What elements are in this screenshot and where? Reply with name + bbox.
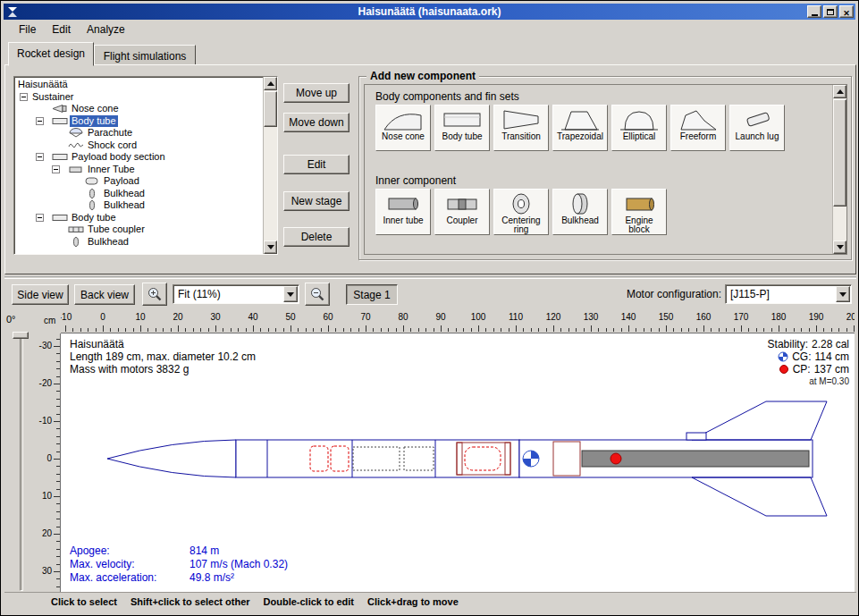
collapse-icon[interactable] bbox=[52, 165, 60, 173]
flight-stats: Apogee:814 m Max. velocity:107 m/s (Mach… bbox=[70, 544, 288, 585]
add-freeform-fin-button[interactable]: Freeform bbox=[670, 105, 726, 151]
add-elliptical-fin-button[interactable]: Elliptical bbox=[611, 105, 667, 151]
ruler-tick bbox=[193, 328, 194, 332]
add-bulkhead-button[interactable]: Bulkhead bbox=[552, 189, 608, 235]
close-button[interactable] bbox=[839, 5, 854, 18]
motor-configuration-select[interactable]: [J115-P] bbox=[725, 284, 852, 304]
stage-1-toggle[interactable]: Stage 1 bbox=[346, 284, 398, 305]
add-engine-block-button[interactable]: Engine block bbox=[611, 189, 667, 235]
tree-item-bulkhead[interactable]: Bulkhead bbox=[14, 236, 261, 248]
tree-item-tube-coupler[interactable]: Tube coupler bbox=[14, 224, 261, 235]
ruler-tick bbox=[448, 328, 449, 332]
minimize-button[interactable] bbox=[807, 5, 821, 18]
side-view-button[interactable]: Side view bbox=[12, 284, 69, 305]
add-trapezoidal-fin-button[interactable]: Trapezoidal bbox=[552, 105, 608, 151]
add-centering-ring-button[interactable]: Centering ring bbox=[493, 189, 549, 235]
ruler-tick bbox=[434, 328, 434, 332]
menubar: File Edit Analyze bbox=[4, 20, 855, 39]
ruler-label: 40 bbox=[240, 312, 265, 322]
ruler-tick bbox=[501, 328, 501, 332]
back-view-button[interactable]: Back view bbox=[74, 284, 135, 305]
ruler-tick bbox=[748, 328, 749, 332]
zoom-out-button[interactable] bbox=[305, 283, 330, 306]
zoom-select[interactable]: Fit (11%) bbox=[173, 284, 299, 304]
tree-item-shock-cord[interactable]: Shock cord bbox=[14, 139, 261, 151]
add-nose-cone-button[interactable]: Nose cone bbox=[375, 105, 431, 151]
scroll-up-button[interactable] bbox=[264, 77, 277, 90]
ruler-tick bbox=[200, 328, 201, 332]
ruler-label: 60 bbox=[316, 312, 341, 322]
ruler-tick bbox=[719, 328, 720, 332]
arrow-up-icon bbox=[267, 81, 274, 86]
combo-arrow-button[interactable] bbox=[836, 286, 850, 302]
rotation-slider-handle[interactable] bbox=[13, 332, 29, 339]
menu-item-analyze[interactable]: Analyze bbox=[79, 21, 133, 38]
ruler-tick bbox=[726, 328, 727, 332]
menu-item-file[interactable]: File bbox=[11, 21, 44, 38]
collapse-icon[interactable] bbox=[36, 117, 44, 125]
horizontal-ruler: -100102030405060708090100110120130140150… bbox=[61, 311, 855, 333]
tree-item-nose-cone[interactable]: Nose cone bbox=[14, 103, 261, 114]
tree-item-sustainer[interactable]: Sustainer bbox=[14, 91, 261, 103]
ruler-label: 180 bbox=[766, 312, 791, 322]
zoom-in-button[interactable] bbox=[142, 283, 167, 306]
add-launch-lug-button[interactable]: Launch lug bbox=[729, 105, 785, 151]
motor-configuration-value: [J115-P] bbox=[730, 288, 770, 300]
tree-item-rocket[interactable]: Haisunäätä bbox=[14, 79, 261, 90]
add-body-tube-button[interactable]: Body tube bbox=[434, 105, 490, 151]
ruler-label: 100 bbox=[466, 312, 491, 322]
tree-item-label: Parachute bbox=[86, 127, 134, 139]
component-scrollbar[interactable] bbox=[832, 85, 846, 254]
rotation-slider-track[interactable] bbox=[20, 333, 23, 591]
ruler-tick bbox=[771, 328, 772, 332]
ruler-label: -30 bbox=[39, 342, 52, 350]
tree-item-payload[interactable]: Payload bbox=[14, 175, 261, 187]
tree-item-parachute[interactable]: Parachute bbox=[14, 127, 261, 139]
tree-item-label: Haisunäätä bbox=[16, 79, 70, 90]
ruler-unit-label: cm bbox=[44, 316, 55, 325]
tree-item-payload-body-section[interactable]: Payload body section bbox=[14, 151, 261, 163]
ruler-tick bbox=[418, 328, 419, 332]
tree-item-body-tube-aft[interactable]: Body tube bbox=[14, 212, 261, 224]
menu-item-edit[interactable]: Edit bbox=[44, 21, 79, 38]
tree-item-bulkhead[interactable]: Bulkhead bbox=[14, 188, 261, 199]
component-tree[interactable]: Haisunäätä Sustainer Nose cone Body tube… bbox=[13, 76, 278, 255]
tree-scrollbar[interactable] bbox=[263, 77, 277, 254]
ruler-tick bbox=[485, 328, 486, 332]
scroll-thumb[interactable] bbox=[264, 91, 277, 127]
scroll-thumb[interactable] bbox=[833, 99, 846, 207]
collapse-icon[interactable] bbox=[36, 153, 44, 161]
inner-component-buttons: Inner tube Coupler Centering ring Bulkhe… bbox=[375, 189, 667, 235]
zoom-value: Fit (11%) bbox=[178, 288, 221, 300]
scroll-down-button[interactable] bbox=[264, 240, 277, 254]
new-stage-button[interactable]: New stage bbox=[283, 191, 349, 211]
ruler-tick bbox=[246, 328, 247, 332]
scroll-down-button[interactable] bbox=[833, 240, 846, 254]
ruler-tick bbox=[118, 328, 119, 332]
collapse-icon[interactable] bbox=[36, 214, 44, 222]
delete-button[interactable]: Delete bbox=[283, 227, 349, 247]
collapse-icon[interactable] bbox=[20, 93, 28, 101]
tree-item-body-tube[interactable]: Body tube bbox=[14, 115, 261, 127]
move-up-button[interactable]: Move up bbox=[283, 83, 349, 103]
ruler-label: 0 bbox=[46, 454, 52, 463]
add-inner-tube-button[interactable]: Inner tube bbox=[375, 189, 431, 235]
tab-rocket-design[interactable]: Rocket design bbox=[8, 42, 94, 66]
tree-item-bulkhead[interactable]: Bulkhead bbox=[14, 199, 261, 211]
ruler-tick bbox=[54, 459, 60, 460]
scroll-up-button[interactable] bbox=[833, 85, 846, 98]
pane-divider[interactable] bbox=[4, 276, 856, 279]
add-transition-button[interactable]: Transition bbox=[493, 105, 549, 151]
combo-arrow-button[interactable] bbox=[283, 286, 298, 302]
ruler-tick bbox=[88, 328, 88, 332]
tree-item-inner-tube[interactable]: Inner Tube bbox=[14, 164, 261, 175]
add-coupler-button[interactable]: Coupler bbox=[434, 189, 490, 235]
ruler-tick bbox=[140, 325, 141, 332]
edit-button[interactable]: Edit bbox=[283, 155, 349, 174]
tab-flight-simulations[interactable]: Flight simulations bbox=[94, 45, 196, 65]
ruler-tick bbox=[268, 328, 269, 332]
ruler-tick bbox=[275, 328, 276, 332]
rocket-diagram-canvas[interactable]: Haisunäätä Length 189 cm, max. diameter … bbox=[61, 333, 855, 593]
maximize-button[interactable] bbox=[823, 5, 838, 18]
move-down-button[interactable]: Move down bbox=[283, 113, 349, 132]
